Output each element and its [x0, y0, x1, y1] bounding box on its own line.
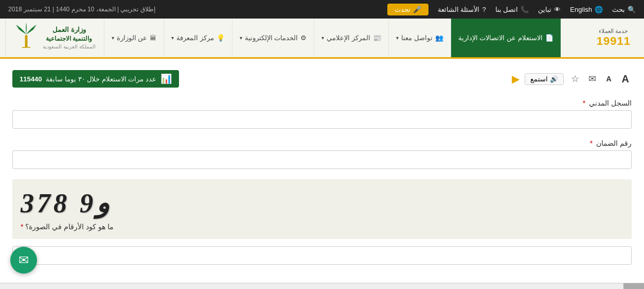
- eservices-icon: ⚙: [300, 34, 307, 42]
- guarantee-number-label: رقم الضمان *: [12, 139, 632, 147]
- faq-item[interactable]: ? الأسئلة الشائعة: [438, 6, 486, 13]
- toolbar-controls: A A ✉ ☆ 🔊 استمع ▶: [512, 72, 632, 86]
- listen-button[interactable]: 🔊 استمع: [525, 73, 564, 85]
- stats-area: 📊 عدد مرات الاستعلام خلال ٣٠ يوما سابقة …: [12, 70, 179, 88]
- nav-label-knowledge: مركز المعرفة: [176, 34, 214, 42]
- guarantee-number-required: *: [590, 139, 593, 147]
- captcha-image: 3و9 78: [21, 188, 112, 218]
- contrast-icon: 👁: [554, 6, 561, 13]
- tahdeth-label: تحدث: [395, 6, 410, 13]
- mic-icon: 🎤: [413, 6, 421, 13]
- captcha-question-text: ما هو كود الأرقام في الصورة؟: [25, 223, 113, 231]
- nav-item-media[interactable]: 📰 المركز الإعلامي: [314, 19, 388, 57]
- ministry-name-line3: المملكة العربية السعودية: [43, 43, 96, 50]
- ministry-name-line1: وزارة العمل: [43, 25, 96, 35]
- nav-item-contact[interactable]: 👥 تواصل معنا: [388, 19, 451, 57]
- navbar: خدمة العملاء 19911 📄 الاستعلام عن الاتصا…: [0, 19, 644, 59]
- phone-icon: 📞: [521, 6, 529, 13]
- toolbar: A A ✉ ☆ 🔊 استمع ▶ 📊 عدد مرات الاستعلام خ…: [12, 67, 632, 91]
- tbayen-label: تباين: [538, 6, 551, 13]
- captcha-question: ما هو كود الأرقام في الصورة؟ *: [21, 223, 114, 231]
- nav-label-eservices: الخدمات الإلكترونية: [245, 34, 298, 42]
- phone-number: 19911: [597, 35, 631, 48]
- nav-label-administrative: الاستعلام عن الاتصالات الإدارية: [458, 34, 543, 42]
- topbar-left: 🔍 بحث 🌐 English 👁 تباين 📞 اتصل بنا ? الأ…: [387, 4, 636, 15]
- speaker-icon: 🔊: [550, 75, 558, 83]
- nav-items: 📄 الاستعلام عن الاتصالات الإدارية 👥 تواص…: [5, 19, 588, 57]
- civil-record-section: السجل المدني *: [12, 99, 632, 129]
- font-large-button[interactable]: A: [619, 72, 632, 86]
- ministry-name: وزارة العمل والتنمية الاجتماعية المملكة …: [43, 25, 96, 50]
- guarantee-number-label-text: رقم الضمان: [596, 139, 632, 147]
- topbar: 🔍 بحث 🌐 English 👁 تباين 📞 اتصل بنا ? الأ…: [0, 0, 644, 19]
- phone-box: خدمة العملاء 19911: [588, 19, 639, 57]
- listen-label: استمع: [530, 75, 548, 83]
- nav-item-knowledge[interactable]: 💡 مركز المعرفة: [164, 19, 232, 57]
- phone-service-label: خدمة العملاء: [599, 28, 628, 35]
- svg-rect-0: [25, 35, 28, 47]
- topbar-right: إطلاق تجريبي | الجمعة، 10 محرم 1440 | 21…: [8, 6, 155, 13]
- nav-item-eservices[interactable]: ⚙ الخدمات الإلكترونية: [232, 19, 314, 57]
- civil-record-required: *: [583, 99, 585, 107]
- chat-icon: ✉: [19, 253, 29, 267]
- email-icon-button[interactable]: ✉: [586, 72, 598, 86]
- faq-label: الأسئلة الشائعة: [438, 6, 480, 13]
- english-item[interactable]: 🌐 English: [570, 6, 603, 13]
- question-icon: ?: [482, 6, 486, 13]
- search-item[interactable]: 🔍 بحث: [612, 6, 636, 13]
- nav-item-ministry[interactable]: 🏛 عن الوزارة: [104, 19, 164, 57]
- stats-number: 115440: [20, 75, 42, 83]
- captcha-input[interactable]: [12, 246, 632, 265]
- chat-float-button[interactable]: ✉: [10, 247, 37, 274]
- font-small-button[interactable]: A: [603, 74, 614, 84]
- contact-label: اتصل بنا: [495, 6, 518, 13]
- date-display: إطلاق تجريبي | الجمعة، 10 محرم 1440 | 21…: [8, 6, 155, 13]
- scrollbar[interactable]: [0, 283, 644, 283]
- play-button[interactable]: ▶: [512, 73, 520, 85]
- captcha-box: 3و9 78 ما هو كود الأرقام في الصورة؟ *: [12, 179, 632, 239]
- guarantee-number-section: رقم الضمان *: [12, 139, 632, 169]
- guarantee-number-input[interactable]: [12, 150, 632, 169]
- media-icon: 📰: [373, 34, 381, 42]
- admin-icon: 📄: [545, 34, 553, 42]
- search-icon: 🔍: [628, 6, 636, 13]
- tbayen-item[interactable]: 👁 تباين: [538, 6, 561, 13]
- civil-record-label: السجل المدني *: [12, 99, 632, 107]
- knowledge-icon: 💡: [217, 34, 225, 42]
- content-area: A A ✉ ☆ 🔊 استمع ▶ 📊 عدد مرات الاستعلام خ…: [0, 59, 644, 283]
- nav-label-media: المركز الإعلامي: [327, 34, 370, 42]
- ministry-icon: 🏛: [150, 34, 156, 42]
- nav-label-contact: تواصل معنا: [401, 34, 433, 42]
- ministry-name-line2: والتنمية الاجتماعية: [43, 35, 96, 43]
- search-label: بحث: [612, 6, 625, 13]
- tahdeth-button[interactable]: 🎤 تحدث: [387, 4, 428, 15]
- nav-label-ministry: عن الوزارة: [117, 34, 148, 42]
- stats-box: 📊 عدد مرات الاستعلام خلال ٣٠ يوما سابقة …: [12, 70, 179, 88]
- contact-item[interactable]: 📞 اتصل بنا: [495, 6, 529, 13]
- captcha-input-section: [12, 246, 632, 265]
- civil-record-input[interactable]: [12, 110, 632, 129]
- english-label: English: [570, 6, 592, 13]
- ministry-logo: وزارة العمل والتنمية الاجتماعية المملكة …: [5, 19, 104, 57]
- globe-icon: 🌐: [595, 6, 603, 13]
- civil-record-label-text: السجل المدني: [589, 99, 632, 107]
- stats-label: عدد مرات الاستعلام خلال ٣٠ يوما سابقة: [46, 75, 156, 83]
- chart-icon: 📊: [160, 73, 172, 84]
- nav-item-administrative[interactable]: 📄 الاستعلام عن الاتصالات الإدارية: [451, 19, 561, 57]
- palm-tree-icon: [14, 23, 39, 53]
- contact-nav-icon: 👥: [435, 34, 443, 42]
- captcha-required: *: [21, 223, 23, 231]
- star-icon-button[interactable]: ☆: [569, 72, 581, 86]
